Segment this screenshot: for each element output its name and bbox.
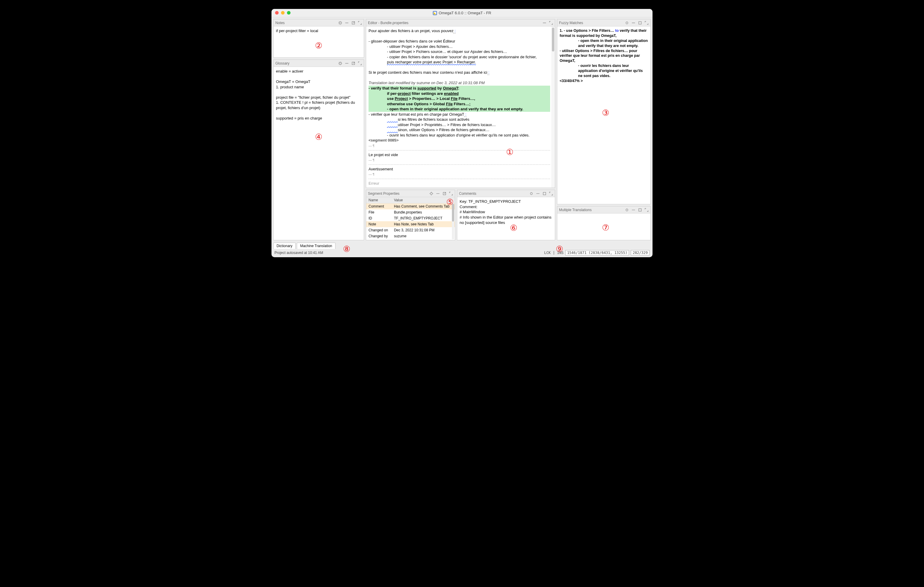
popout-icon[interactable]	[638, 21, 642, 25]
minimize-panel-icon[interactable]	[436, 191, 440, 196]
table-row[interactable]: IDTF_INTRO_EMPTYPROJECT	[366, 215, 455, 221]
lock-ins-status: LCK | INS	[544, 251, 564, 255]
popout-icon[interactable]	[351, 21, 355, 25]
popout-icon[interactable]	[351, 61, 355, 66]
table-row[interactable]: NoteHas Note, see Notes Tab	[366, 221, 455, 227]
gear-icon[interactable]	[429, 191, 434, 196]
notes-panel: Notes if per-project filter = local ②	[273, 19, 364, 58]
close-icon[interactable]	[275, 11, 279, 15]
para-mark-icon: — ¶	[368, 144, 375, 148]
minimize-panel-icon[interactable]	[345, 61, 349, 66]
link[interactable]: :	[487, 70, 489, 75]
expand-icon[interactable]	[358, 21, 362, 25]
comment-line: # MainWindow	[460, 209, 553, 215]
multiple-translations-panel: Multiple Translations ⑦	[557, 206, 651, 240]
scrollbar[interactable]	[551, 26, 555, 187]
scrollbar[interactable]	[452, 201, 454, 239]
table-row[interactable]: CommentHas Comment, see Comments Tab	[366, 203, 455, 210]
expand-icon[interactable]	[449, 191, 453, 196]
panel-header: Segment Properties	[366, 190, 455, 197]
comment-line: Comment:	[460, 204, 553, 210]
editor-text: Pour ajouter des fichiers à un projet, v…	[368, 28, 550, 186]
link[interactable]: :	[454, 28, 455, 33]
editor-panel: Editor - Bundle.properties Pour ajouter …	[366, 19, 555, 188]
mid-column: Editor - Bundle.properties Pour ajouter …	[366, 19, 555, 240]
minimize-panel-icon[interactable]	[345, 21, 349, 25]
tab-machine-translation[interactable]: Machine Translation	[297, 243, 335, 249]
translation-meta: Translation last modified by suzume on D…	[368, 81, 485, 85]
minimize-panel-icon[interactable]	[542, 21, 546, 25]
scroll-thumb[interactable]	[552, 28, 554, 51]
comments-panel: Comments Key: TF_INTRO_EMPTYPROJECT Comm…	[457, 190, 555, 240]
panel-title: Segment Properties	[368, 191, 399, 196]
table-row[interactable]: Changed onDec 3, 2022 10:31:08 PM	[366, 227, 455, 233]
link[interactable]: :	[464, 112, 466, 117]
gear-icon[interactable]	[529, 191, 533, 196]
gear-icon[interactable]	[625, 21, 629, 25]
panel-title: Editor - Bundle.properties	[368, 21, 408, 25]
gear-icon[interactable]	[338, 61, 342, 66]
fuzzy-body[interactable]: 1. - use Options > File Filters… to veri…	[557, 26, 650, 204]
panel-header: Comments	[457, 190, 555, 197]
comments-body[interactable]: Key: TF_INTRO_EMPTYPROJECT Comment: # Ma…	[457, 197, 555, 240]
autosave-status: Project autosaved at 10:41 AM	[274, 251, 323, 255]
scroll-thumb[interactable]	[452, 204, 454, 222]
segment-properties-panel: Segment Properties NameValue CommentHas …	[366, 190, 455, 240]
bottom-tabs: Dictionary Machine Translation	[272, 242, 652, 249]
popout-icon[interactable]	[638, 208, 642, 212]
glossary-entry: 1. CONTEXTE ! pl = fichiers projet (fich…	[276, 100, 361, 110]
panel-header: Editor - Bundle.properties	[366, 19, 555, 26]
segment-marker: <segment 0085>	[368, 138, 399, 143]
segment-stats: 1546/1871 (2838/6431, 13255)	[565, 250, 629, 255]
multi-body[interactable]	[557, 214, 650, 240]
expand-icon[interactable]	[358, 61, 362, 66]
maximize-icon[interactable]	[287, 11, 290, 15]
popout-icon[interactable]	[542, 191, 546, 196]
svg-rect-11	[639, 209, 642, 211]
panel-title: Multiple Translations	[559, 208, 591, 212]
comment-line: Key: TF_INTRO_EMPTYPROJECT	[460, 199, 553, 204]
svg-point-8	[626, 22, 628, 24]
app-window: OmegaT 6.0.0 :: OmegaT - FR Notes if per…	[272, 9, 652, 257]
expand-icon[interactable]	[645, 21, 648, 25]
mid-bottom-row: Segment Properties NameValue CommentHas …	[366, 190, 555, 240]
panel-header: Multiple Translations	[557, 206, 650, 214]
glossary-entry: enable = activer	[276, 69, 361, 74]
expand-icon[interactable]	[549, 191, 553, 196]
tab-dictionary[interactable]: Dictionary	[273, 243, 295, 249]
gear-icon[interactable]	[338, 21, 342, 25]
glossary-body[interactable]: enable = activer OmegaT = OmegaT 1. prod…	[274, 67, 364, 240]
content: Notes if per-project filter = local ② Gl…	[272, 17, 652, 242]
svg-point-4	[431, 192, 432, 194]
col-value: Value	[391, 197, 455, 203]
para-mark-icon: — ¶	[368, 158, 375, 162]
minimize-panel-icon[interactable]	[631, 21, 635, 25]
word-stats: 282/329	[631, 250, 650, 255]
editor-body[interactable]: Pour ajouter des fichiers à un projet, v…	[366, 26, 555, 187]
popout-icon[interactable]	[442, 191, 447, 196]
notes-body[interactable]: if per-project filter = local	[274, 26, 364, 58]
para-mark-icon: — ¶	[368, 173, 375, 176]
minimize-panel-icon[interactable]	[631, 208, 635, 212]
table-row[interactable]: FileBundle.properties	[366, 209, 455, 215]
minimize-panel-icon[interactable]	[536, 191, 540, 196]
svg-point-6	[530, 192, 533, 194]
svg-point-0	[339, 22, 342, 24]
comment-line: # Info shown in the Editor pane when pro…	[460, 215, 553, 225]
panel-title: Fuzzy Matches	[559, 21, 583, 25]
col-name: Name	[366, 197, 391, 203]
traffic-lights	[275, 11, 290, 15]
panel-title: Notes	[276, 21, 285, 25]
panel-header: Glossary	[274, 60, 364, 67]
window-title-text: OmegaT 6.0.0 :: OmegaT - FR	[439, 11, 492, 15]
table-row[interactable]: Changed bysuzume	[366, 233, 455, 239]
panel-header: Fuzzy Matches	[557, 19, 650, 26]
svg-point-2	[339, 62, 342, 64]
app-logo-icon	[433, 11, 437, 15]
expand-icon[interactable]	[549, 21, 553, 25]
gear-icon[interactable]	[625, 208, 629, 212]
minimize-icon[interactable]	[281, 11, 285, 15]
expand-icon[interactable]	[645, 208, 648, 212]
glossary-panel: Glossary enable = activer OmegaT = Omega…	[273, 59, 364, 240]
fuzzy-matches-panel: Fuzzy Matches 1. - use Options > File Fi…	[557, 19, 651, 204]
